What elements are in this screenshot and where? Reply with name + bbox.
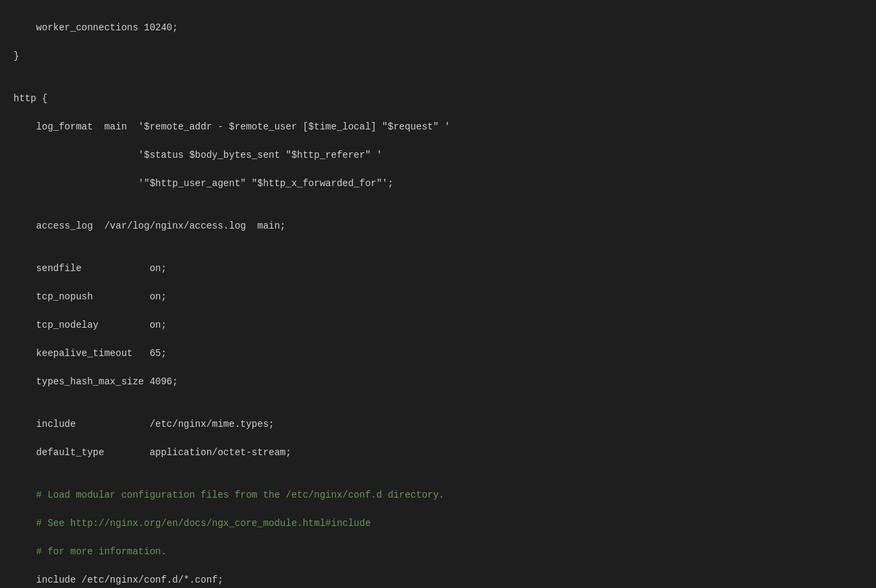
- code-line: include /etc/nginx/mime.types;: [13, 417, 863, 432]
- code-line: http {: [13, 92, 863, 106]
- code-line: keepalive_timeout 65;: [13, 347, 863, 361]
- code-line-comment: # See http://nginx.org/en/docs/ngx_core_…: [13, 517, 863, 531]
- code-line: log_format main '$remote_addr - $remote_…: [13, 120, 863, 134]
- code-line-comment: # Load modular configuration files from …: [13, 488, 863, 502]
- code-line: sendfile on;: [13, 262, 863, 276]
- code-line: include /etc/nginx/conf.d/*.conf;: [13, 573, 863, 587]
- code-line: types_hash_max_size 4096;: [13, 375, 863, 389]
- code-line: tcp_nopush on;: [13, 290, 863, 304]
- code-line: access_log /var/log/nginx/access.log mai…: [13, 219, 863, 233]
- code-line: worker_connections 10240;: [13, 21, 863, 35]
- code-line-comment: # for more information.: [13, 545, 863, 559]
- code-line: default_type application/octet-stream;: [13, 446, 863, 460]
- code-editor: worker_connections 10240; } http { log_f…: [0, 0, 876, 588]
- code-line: }: [13, 49, 863, 63]
- code-line: '"$http_user_agent" "$http_x_forwarded_f…: [13, 177, 863, 191]
- code-line: '$status $body_bytes_sent "$http_referer…: [13, 148, 863, 163]
- code-line: tcp_nodelay on;: [13, 318, 863, 332]
